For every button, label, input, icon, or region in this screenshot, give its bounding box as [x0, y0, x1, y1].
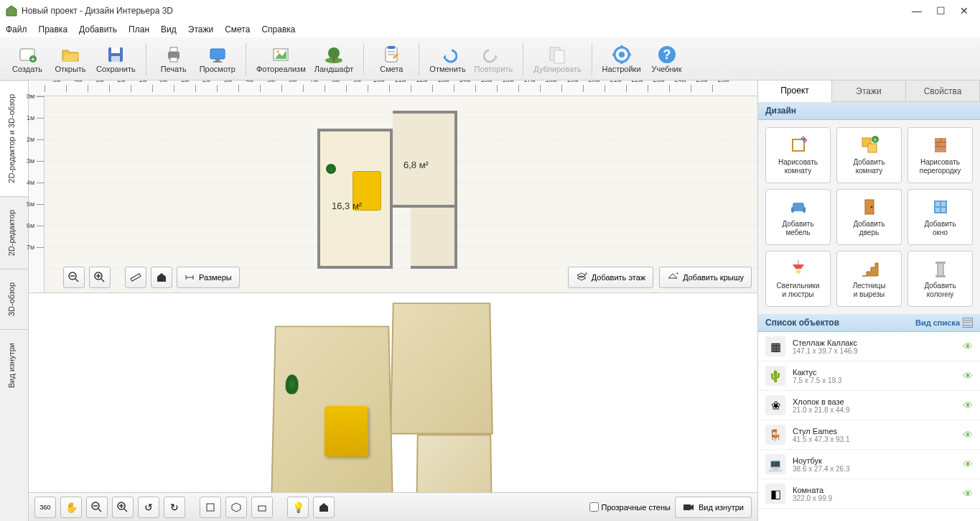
draw-room-button[interactable]: Нарисовать комнату: [765, 127, 831, 183]
svg-rect-79: [803, 207, 806, 213]
settings-button[interactable]: Настройки: [599, 40, 644, 78]
transparent-walls-toggle[interactable]: Прозрачные стены: [589, 502, 671, 512]
ruler-h-tick: 3м: [217, 85, 238, 92]
close-button[interactable]: ✕: [960, 5, 969, 17]
visibility-toggle-icon[interactable]: 👁: [963, 458, 973, 470]
visibility-toggle-icon[interactable]: 👁: [963, 488, 973, 499]
object-name: Комната: [793, 486, 963, 494]
ruler-horizontal: -5м-4м-3м-2м-1м0м1м2м3м4м5м6м7м8м9м10м11…: [29, 80, 757, 96]
home-button[interactable]: [151, 267, 172, 288]
measure-button[interactable]: [125, 267, 146, 288]
orbit-button[interactable]: 360: [34, 497, 56, 518]
undo-button[interactable]: Отменить: [426, 40, 468, 78]
floorplan[interactable]: 16,3 м² 6,8 м²: [317, 111, 461, 269]
menubar: ФайлПравкаДобавитьПланВидЭтажиСметаСправ…: [0, 22, 980, 37]
view-top-button[interactable]: [200, 497, 221, 518]
right-tab-проект[interactable]: Проект: [758, 80, 832, 102]
dimensions-button[interactable]: Размеры: [177, 267, 240, 288]
print-button[interactable]: Печать: [154, 40, 194, 78]
menu-план[interactable]: План: [129, 24, 149, 34]
create-button[interactable]: +Создать: [7, 40, 47, 78]
visibility-toggle-icon[interactable]: 👁: [963, 400, 973, 411]
object-item[interactable]: 💻Ноутбук38.6 x 27.4 x 26.3👁: [758, 450, 980, 479]
photoreal-button[interactable]: Фотореализм: [253, 40, 309, 78]
furniture3d-sofa[interactable]: [325, 406, 368, 456]
plan-2d-viewport[interactable]: 16,3 м² 6,8 м² Размеры +: [45, 96, 757, 292]
view-3d-viewport[interactable]: 360 ✋ ↺ ↻ 💡 Прозрачные стены: [29, 292, 757, 521]
object-list[interactable]: ▦Стеллаж Каллакс147.1 x 39.7 x 146.9👁🌵Ка…: [758, 332, 980, 521]
right-tab-свойства[interactable]: Свойства: [906, 80, 980, 101]
svg-rect-88: [935, 262, 946, 264]
transparent-walls-checkbox[interactable]: [589, 502, 599, 512]
rotate-cw-button[interactable]: ↻: [164, 497, 185, 518]
zoom-out-3d-button[interactable]: [86, 497, 108, 518]
zoom-in-button[interactable]: [89, 267, 111, 288]
object-name: Кактус: [793, 368, 963, 377]
draw-partition-button[interactable]: Нарисовать перегородку: [907, 127, 973, 183]
menu-этажи[interactable]: Этажи: [188, 24, 213, 34]
add-window-button[interactable]: Добавить окно: [907, 189, 973, 245]
list-view-button[interactable]: Вид списка: [915, 318, 973, 328]
object-item[interactable]: ▦Стеллаж Каллакс147.1 x 39.7 x 146.9👁: [758, 332, 980, 361]
view-side-button[interactable]: [251, 497, 273, 518]
landscape-button[interactable]: Ландшафт: [312, 40, 357, 78]
furniture-plant[interactable]: [326, 164, 336, 174]
inside-view-button[interactable]: Вид изнутри: [675, 497, 752, 518]
open-button[interactable]: Открыть: [50, 40, 90, 78]
object-name: Ноутбук: [793, 456, 963, 465]
stairs-button[interactable]: Лестницы и вырезы: [836, 251, 902, 307]
view-tab-1[interactable]: 2D-редактор: [0, 196, 28, 269]
visibility-toggle-icon[interactable]: 👁: [963, 429, 973, 441]
add-column-button[interactable]: Добавить колонну: [907, 251, 973, 307]
add-room-label: Добавить комнату: [853, 158, 885, 175]
menu-файл[interactable]: Файл: [6, 24, 27, 34]
add-window-icon: [930, 197, 951, 217]
object-item[interactable]: ❀Хлопок в вазе21.0 x 21.8 x 44.9👁: [758, 391, 980, 420]
room3d-main[interactable]: [271, 326, 393, 504]
svg-point-86: [796, 269, 801, 274]
menu-справка[interactable]: Справка: [261, 24, 295, 34]
view-iso-button[interactable]: [225, 497, 247, 518]
right-tab-этажи[interactable]: Этажи: [832, 80, 906, 101]
pan-button[interactable]: ✋: [60, 497, 82, 518]
menu-правка[interactable]: Правка: [39, 24, 68, 34]
lights-button[interactable]: Светильники и люстры: [765, 251, 831, 307]
dimensions-label: Размеры: [199, 273, 232, 282]
menu-смета[interactable]: Смета: [225, 24, 250, 34]
estimate-button[interactable]: Смета: [371, 40, 411, 78]
object-item[interactable]: ◧Комната322.0 x 99.9👁: [758, 479, 980, 509]
tutorial-button[interactable]: ?Учебник: [647, 40, 687, 78]
visibility-toggle-icon[interactable]: 👁: [963, 341, 973, 352]
lighting-button[interactable]: 💡: [287, 497, 309, 518]
view-tab-3[interactable]: Вид изнутри: [0, 329, 28, 401]
visibility-toggle-icon[interactable]: 👁: [963, 370, 973, 382]
add-floor-button[interactable]: + Добавить этаж: [568, 267, 653, 288]
section-design-title: Дизайн: [765, 106, 796, 116]
zoom-in-3d-button[interactable]: [112, 497, 134, 518]
home-3d-button[interactable]: [313, 497, 335, 518]
furniture3d-plant[interactable]: [285, 374, 298, 394]
room3d-kitchen[interactable]: [390, 303, 493, 434]
view-tab-0[interactable]: 2D-редактор и 3D-обзор: [0, 80, 28, 196]
render-3d[interactable]: [273, 300, 531, 502]
object-dimensions: 322.0 x 99.9: [793, 494, 963, 502]
minimize-button[interactable]: —: [912, 5, 922, 17]
rotate-ccw-button[interactable]: ↺: [138, 497, 159, 518]
menu-добавить[interactable]: Добавить: [79, 24, 117, 34]
room-bathroom[interactable]: [411, 208, 457, 269]
add-roof-button[interactable]: + Добавить крышу: [659, 267, 752, 288]
add-room-button[interactable]: +Добавить комнату: [836, 127, 902, 183]
maximize-button[interactable]: ☐: [936, 5, 946, 17]
zoom-out-button[interactable]: [63, 267, 85, 288]
ruler-h-tick: 1м: [174, 85, 195, 92]
menu-вид[interactable]: Вид: [161, 24, 177, 34]
room-main[interactable]: [317, 129, 393, 269]
ruler-h-tick: -3м: [88, 85, 109, 92]
view-tab-2[interactable]: 3D-обзор: [0, 269, 28, 329]
add-furniture-button[interactable]: Добавить мебель: [765, 189, 831, 245]
preview-button[interactable]: Просмотр: [197, 40, 238, 78]
object-item[interactable]: 🌵Кактус7.5 x 7.5 x 19.3👁: [758, 361, 980, 391]
add-door-button[interactable]: Добавить дверь: [836, 189, 902, 245]
save-button[interactable]: Сохранить: [93, 40, 139, 78]
object-item[interactable]: 🪑Стул Eames41.5 x 47.3 x 93.1👁: [758, 420, 980, 450]
